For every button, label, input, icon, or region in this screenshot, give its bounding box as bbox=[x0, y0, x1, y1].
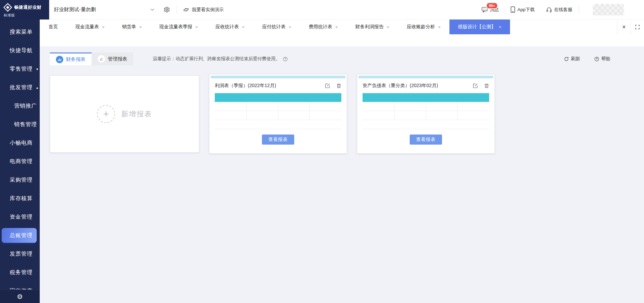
doc-tab-receivable-aging[interactable]: 应收账龄分析× bbox=[398, 20, 449, 34]
doc-tab-label: 首页 bbox=[48, 24, 58, 30]
online-service-button[interactable]: 在线客服 bbox=[546, 7, 572, 13]
sidebar-item-label: 电商管理 bbox=[10, 158, 33, 165]
report-title: 资产负债表（重分类）(2023年02月) bbox=[363, 83, 438, 89]
sidebar-item-funds-management[interactable]: 资金管理 bbox=[0, 208, 40, 226]
sidebar-item-label: 批发管理 bbox=[10, 84, 33, 91]
sidebar-item-purchase-management[interactable]: 采购管理 bbox=[0, 171, 40, 189]
view-report-button[interactable]: 查看报表 bbox=[410, 135, 442, 145]
doc-tab-sales-order[interactable]: 销货单× bbox=[113, 20, 151, 34]
report-title: 利润表（季报）(2022年12月) bbox=[215, 83, 276, 89]
edit-icon[interactable] bbox=[473, 83, 478, 88]
add-report-card[interactable]: + 新增报表 bbox=[50, 75, 199, 153]
refresh-icon bbox=[564, 56, 569, 62]
sidebar-item-xiaochang-ecommerce[interactable]: 小畅电商 bbox=[0, 134, 40, 152]
sidebar-item-wholesale-management[interactable]: 批发管理▲ bbox=[0, 78, 40, 97]
close-tab-icon[interactable]: × bbox=[195, 25, 198, 29]
report-cards: + 新增报表 利润表（季报）(2022年12月) bbox=[50, 74, 644, 154]
close-tab-icon[interactable]: × bbox=[387, 25, 389, 29]
management-report-icon bbox=[98, 55, 105, 63]
doc-tab-label: 应付统计表 bbox=[262, 24, 285, 30]
sidebar-item-label: 库存核算 bbox=[10, 195, 33, 202]
sidebar-item-marketing-promotion[interactable]: 营销推广 bbox=[0, 97, 40, 115]
tip-text: 温馨提示：动态扩展行列、跨账套报表公测结束后需付费使用。 bbox=[153, 56, 280, 62]
sidebar-item-label: 采购管理 bbox=[10, 177, 33, 184]
demo-link[interactable]: 我要看实例演示 bbox=[183, 7, 224, 13]
close-tab-icon[interactable]: × bbox=[335, 25, 338, 29]
sidebar-item-retail-management[interactable]: 零售管理▼ bbox=[0, 60, 40, 78]
edit-icon[interactable] bbox=[325, 83, 330, 88]
doc-tab-profit-report[interactable]: 财务利润报告× bbox=[347, 20, 398, 34]
close-tab-icon[interactable]: × bbox=[242, 25, 245, 29]
doc-tab-template-design[interactable]: 模版设计【公测】× bbox=[449, 20, 510, 34]
app-download-button[interactable]: App下载 bbox=[510, 6, 535, 13]
close-tab-icon[interactable]: × bbox=[499, 25, 502, 29]
brand-edition: 标准版 bbox=[4, 13, 46, 18]
tab-management-reports[interactable]: 管理报表 bbox=[92, 52, 133, 65]
doc-tab-receivable-stats[interactable]: 应收统计表× bbox=[207, 20, 253, 34]
delete-icon[interactable] bbox=[484, 83, 489, 88]
doc-tab-label: 模版设计【公测】 bbox=[458, 24, 496, 30]
divider bbox=[579, 6, 579, 13]
close-tab-icon[interactable]: × bbox=[438, 25, 441, 29]
message-count-badge: 99+ bbox=[486, 2, 498, 9]
sidebar-item-label: 搜索菜单 bbox=[10, 29, 33, 36]
planet-icon bbox=[183, 7, 189, 13]
doc-tab-label: 费用统计表 bbox=[309, 24, 332, 30]
tab-financial-reports[interactable]: 财务报表 bbox=[50, 52, 92, 65]
brand-name: 畅捷通好业财 bbox=[14, 4, 41, 10]
app-download-label: App下载 bbox=[517, 7, 535, 13]
page-content: 财务报表 管理报表 温馨提示：动态扩展行列、跨账套报表公测结束后需付费使用。 bbox=[40, 34, 644, 303]
sidebar-item-label: 税务管理 bbox=[10, 269, 33, 276]
messages-button[interactable]: 99+ 消息 bbox=[481, 7, 499, 13]
sidebar-item-sales-management[interactable]: 销售管理 bbox=[0, 115, 40, 134]
card-top-strip bbox=[211, 76, 345, 78]
headset-icon bbox=[546, 7, 552, 13]
report-preview-grid bbox=[363, 102, 489, 129]
refresh-button[interactable]: 刷新 bbox=[564, 56, 580, 62]
close-tab-icon[interactable]: × bbox=[139, 25, 142, 29]
sidebar-item-tax-management[interactable]: 税务管理 bbox=[0, 263, 40, 282]
sidebar-menu: 搜索菜单快捷导航零售管理▼批发管理▲营销推广销售管理小畅电商电商管理采购管理库存… bbox=[0, 20, 40, 300]
doc-tab-label: 应收统计表 bbox=[215, 24, 239, 30]
view-report-button[interactable]: 查看报表 bbox=[262, 135, 294, 145]
report-preview-header-bar bbox=[215, 93, 341, 102]
chevron-up-icon: ▲ bbox=[36, 86, 39, 89]
panel-actions: 刷新 帮助 bbox=[564, 52, 610, 65]
doc-tab-cash-flow[interactable]: 现金流量表× bbox=[67, 20, 113, 34]
sidebar-item-inventory-accounting[interactable]: 库存核算 bbox=[0, 189, 40, 208]
doc-tab-payable-stats[interactable]: 应付统计表× bbox=[253, 20, 300, 34]
close-tab-icon[interactable]: × bbox=[102, 25, 105, 29]
sidebar-item-general-ledger[interactable]: 总账管理 bbox=[2, 228, 37, 243]
document-tab-bar: 首页现金流量表×销货单×现金流量表季报×应收统计表×应付统计表×费用统计表×财务… bbox=[40, 20, 644, 34]
chanjet-logo-icon bbox=[3, 3, 12, 12]
question-circle-icon[interactable] bbox=[283, 56, 288, 62]
demo-label: 我要看实例演示 bbox=[192, 7, 224, 13]
help-button[interactable]: 帮助 bbox=[594, 56, 610, 62]
tab-list: 首页现金流量表×销货单×现金流量表季报×应收统计表×应付统计表×费用统计表×财务… bbox=[40, 20, 510, 34]
user-account-blurred[interactable] bbox=[593, 4, 624, 15]
sidebar-item-label: 总账管理 bbox=[10, 232, 33, 239]
close-all-tabs-button[interactable]: × bbox=[617, 20, 631, 34]
sidebar-item-label: 零售管理 bbox=[10, 66, 33, 73]
sidebar-item-search-menu[interactable]: 搜索菜单 bbox=[0, 23, 40, 41]
delete-icon[interactable] bbox=[336, 83, 341, 88]
sidebar-item-quick-nav[interactable]: 快捷导航 bbox=[0, 41, 40, 60]
report-tabs-row: 财务报表 管理报表 温馨提示：动态扩展行列、跨账套报表公测结束后需付费使用。 bbox=[50, 52, 644, 65]
doc-tab-expense-stats[interactable]: 费用统计表× bbox=[300, 20, 347, 34]
fullscreen-button[interactable] bbox=[631, 20, 644, 34]
chevron-down-icon bbox=[150, 7, 155, 12]
doc-tab-cash-flow-quarterly[interactable]: 现金流量表季报× bbox=[150, 20, 207, 34]
doc-tab-label: 现金流量表季报 bbox=[159, 24, 192, 30]
sidebar-item-ecommerce-management[interactable]: 电商管理 bbox=[0, 152, 40, 171]
settings-gear-icon[interactable]: ⚙ bbox=[17, 293, 23, 300]
account-switcher[interactable]: 好业财测试-量勿删 bbox=[54, 6, 155, 13]
report-panel: 财务报表 管理报表 温馨提示：动态扩展行列、跨账套报表公测结束后需付费使用。 bbox=[40, 46, 644, 303]
add-report-label: 新增报表 bbox=[121, 109, 152, 119]
divider bbox=[176, 6, 177, 13]
sidebar-item-invoice-management[interactable]: 发票管理 bbox=[0, 245, 40, 263]
close-tab-icon[interactable]: × bbox=[289, 25, 291, 29]
tab-label: 财务报表 bbox=[66, 56, 86, 63]
doc-tab-home[interactable]: 首页 bbox=[40, 20, 67, 34]
sidebar-item-label: 营销推广 bbox=[14, 103, 37, 110]
settings-gear-icon[interactable] bbox=[164, 6, 170, 13]
